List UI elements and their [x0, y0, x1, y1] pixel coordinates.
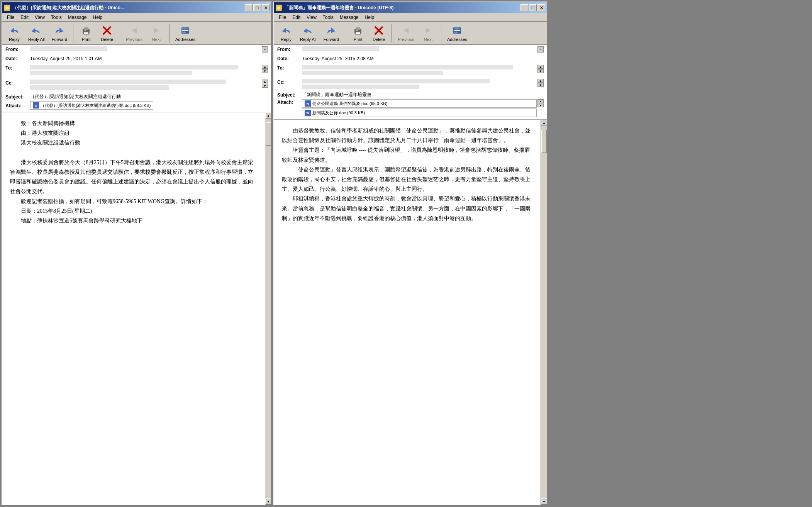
svg-marker-7	[154, 27, 159, 34]
attach-file-2b[interactable]: W 新聞稿及公佈.doc (90.3 KB)	[302, 109, 537, 117]
title-bar-1: ✉ （代發）[采訪通知]港大校友關注組遞信行動 - Unico... _ □ ✕	[2, 2, 271, 13]
menu-edit-2[interactable]: Edit	[289, 14, 303, 21]
previous-button-1[interactable]: Previous	[123, 23, 145, 43]
attach-scroll-up-2[interactable]: ▲	[537, 99, 544, 103]
next-label-1: Next	[152, 37, 161, 42]
cc-label-2: Cc:	[277, 78, 302, 85]
previous-label-1: Previous	[126, 37, 142, 42]
delete-label-2: Delete	[373, 37, 385, 42]
body-content-2: 由基督教教牧、信徒和學者新組成的社關團體「使命公民運動」，冀推動信徒參與共建公民…	[274, 120, 541, 505]
reply-button-2[interactable]: Reply	[276, 23, 296, 43]
menu-help-1[interactable]: Help	[90, 14, 106, 21]
to-row-2: To: ▲ ▼	[277, 65, 544, 76]
attach-scroll-dn-2[interactable]: ▼	[537, 103, 544, 107]
delete-button-2[interactable]: Delete	[369, 23, 388, 43]
app-icon-1: ✉	[4, 5, 10, 11]
body-text-1: 致：各大新聞傳播機構 由：港大校友關注組 港大校友關注組遞信行動 港大校務委員會…	[10, 119, 257, 226]
attach-filename-2a: 使命公民運動 我們的異象.doc (95.0 KB)	[312, 101, 387, 107]
menu-tools-1[interactable]: Tools	[48, 14, 65, 21]
to-scroll-up-1[interactable]: ▲	[262, 65, 268, 69]
cc-scroll-dn-1[interactable]: ▼	[262, 84, 268, 88]
toolbar-sep-3	[169, 24, 170, 42]
cc-scroll-up-1[interactable]: ▲	[262, 80, 268, 83]
delete-button-1[interactable]: Delete	[97, 23, 117, 43]
file-doc-icon-1: W	[33, 102, 39, 109]
forward-button-2[interactable]: Forward	[321, 23, 342, 43]
minimize-button-1[interactable]: _	[245, 4, 253, 11]
addresses-button-1[interactable]: Addresses	[173, 23, 198, 43]
attach-file-2a[interactable]: W 使命公民運動 我們的異象.doc (95.0 KB)	[302, 99, 537, 108]
to-scroll-dn-2[interactable]: ▼	[537, 69, 544, 73]
from-expand-btn-2[interactable]: ≡	[537, 46, 544, 53]
menu-help-2[interactable]: Help	[362, 14, 378, 21]
svg-rect-2	[84, 32, 88, 34]
attach-label-2: Attach:	[277, 99, 302, 105]
attach-label-1: Attach:	[5, 103, 30, 109]
menu-message-1[interactable]: Message	[65, 14, 90, 21]
scroll-track-2[interactable]	[541, 126, 547, 499]
window-title-1: （代發）[采訪通知]港大校友關注組遞信行動 - Unico...	[12, 5, 245, 11]
date-row-1: Date: Tuesday, August 25, 2015 1:01 AM	[5, 56, 268, 63]
addresses-button-2[interactable]: Addresses	[444, 23, 470, 43]
forward-button-1[interactable]: Forward	[49, 23, 70, 43]
header-area-2: From: ≡ Date: Tuesday, August 25, 2015 2…	[274, 45, 547, 120]
close-button-1[interactable]: ✕	[262, 4, 270, 11]
reply-all-button-2[interactable]: Reply All	[297, 23, 319, 43]
window-title-2: 「新聞稿」雨傘運動一週年培靈會 - Unicode (UTF-8)	[284, 5, 520, 11]
window-controls-1: _ □ ✕	[245, 4, 270, 11]
delete-label-1: Delete	[101, 37, 113, 42]
reply-button-1[interactable]: Reply	[5, 23, 24, 43]
print-button-1[interactable]: Print	[76, 23, 96, 43]
to-row-1: To: ▲ ▼	[5, 65, 268, 76]
menu-view-2[interactable]: View	[303, 14, 320, 21]
scroll-thumb-1[interactable]	[266, 122, 271, 146]
window-controls-2: _ □ ✕	[520, 4, 545, 11]
svg-rect-22	[454, 30, 460, 31]
next-button-1[interactable]: Next	[147, 23, 166, 43]
scroll-track-1[interactable]	[265, 119, 271, 499]
menu-message-2[interactable]: Message	[337, 14, 362, 21]
scroll-up-arrow-1[interactable]: ▲	[265, 112, 271, 119]
delete-icon-1	[101, 24, 113, 37]
svg-rect-21	[454, 29, 460, 29]
print-button-2[interactable]: Print	[348, 23, 368, 43]
menu-tools-2[interactable]: Tools	[320, 14, 337, 21]
scroll-down-arrow-1[interactable]: ▼	[265, 499, 271, 505]
from-expand-btn-1[interactable]: ≡	[262, 46, 268, 53]
menu-file-2[interactable]: File	[276, 14, 289, 21]
from-row-2: From: ≡	[277, 46, 544, 54]
menu-edit-1[interactable]: Edit	[17, 14, 32, 21]
reply-all-button-1[interactable]: Reply All	[25, 23, 47, 43]
svg-rect-15	[356, 30, 358, 31]
reply-all-label-2: Reply All	[300, 37, 317, 42]
svg-rect-13	[356, 27, 360, 30]
close-button-2[interactable]: ✕	[537, 4, 545, 11]
attach-file-1[interactable]: W （代發）[采訪通知]港大校友關注組遞信行動.doc (88.3 KB)	[30, 101, 153, 110]
menu-file-1[interactable]: File	[4, 14, 17, 21]
date-row-2: Date: Tuesday, August 25, 2015 2:08 AM	[277, 56, 544, 63]
next-button-2[interactable]: Next	[419, 23, 438, 43]
addresses-icon-1	[179, 24, 192, 37]
cc-scroll-up-2[interactable]: ▲	[537, 79, 544, 83]
menu-view-1[interactable]: View	[32, 14, 48, 21]
maximize-button-2[interactable]: □	[529, 4, 537, 11]
to-scroll-up-2[interactable]: ▲	[537, 65, 544, 69]
print-label-1: Print	[82, 37, 91, 42]
scroll-thumb-2[interactable]	[541, 130, 547, 153]
svg-rect-3	[85, 30, 86, 31]
addresses-icon-2	[451, 24, 463, 37]
body-scrollbar-2: ▲ ▼	[541, 120, 547, 505]
toolbar-sep-2	[120, 24, 120, 42]
subject-row-2: Subject: 「新聞稿」雨傘運動一週年培靈會	[277, 91, 544, 98]
minimize-button-2[interactable]: _	[520, 4, 528, 11]
scroll-up-arrow-2[interactable]: ▲	[541, 120, 547, 126]
svg-marker-6	[132, 27, 137, 34]
attach-filename-2b: 新聞稿及公佈.doc (90.3 KB)	[312, 110, 365, 116]
cc-scroll-dn-2[interactable]: ▼	[537, 83, 544, 87]
previous-button-2[interactable]: Previous	[395, 23, 417, 43]
reply-label-1: Reply	[9, 37, 20, 42]
scroll-down-arrow-2[interactable]: ▼	[541, 499, 547, 505]
maximize-button-1[interactable]: □	[253, 4, 261, 11]
to-scroll-dn-1[interactable]: ▼	[262, 69, 268, 73]
print-icon-1	[80, 24, 92, 37]
